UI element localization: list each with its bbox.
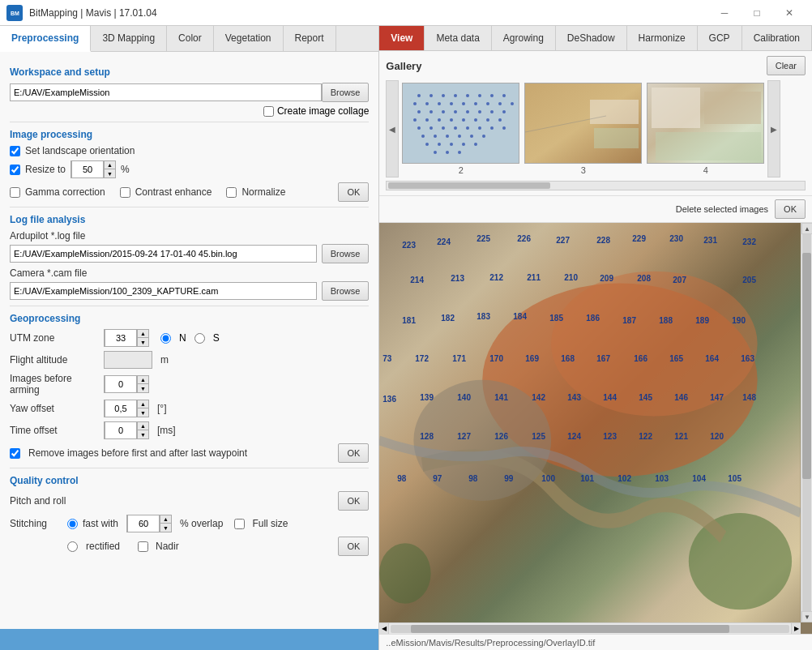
yaw-value[interactable] xyxy=(105,400,137,417)
yaw-spinner[interactable]: ▲ ▼ xyxy=(104,400,149,417)
tab-color[interactable]: Color xyxy=(167,26,214,51)
gallery-item-3[interactable]: 3 xyxy=(524,83,642,175)
time-spinner[interactable]: ▲ ▼ xyxy=(104,421,149,439)
stitching-label: Stitching xyxy=(10,518,62,529)
time-unit: [ms] xyxy=(157,425,176,436)
resize-down-btn[interactable]: ▼ xyxy=(104,169,115,177)
tab-vegetation[interactable]: Vegetation xyxy=(214,26,284,51)
gallery-scrollbar[interactable] xyxy=(386,181,806,190)
tab-harmonize[interactable]: Harmonize xyxy=(627,26,698,50)
overlap-up-btn[interactable]: ▲ xyxy=(160,515,171,524)
ardupilot-path-input[interactable] xyxy=(10,245,317,263)
overlap-value[interactable] xyxy=(127,515,160,532)
svg-point-48 xyxy=(470,135,473,138)
workspace-browse-button[interactable]: Browse xyxy=(322,83,370,102)
map-h-scrollbar[interactable]: ◀ ▶ xyxy=(379,622,801,634)
svg-point-41 xyxy=(478,126,481,130)
resize-up-btn[interactable]: ▲ xyxy=(104,161,115,169)
utm-s-radio[interactable] xyxy=(194,333,205,344)
svg-point-45 xyxy=(434,135,437,138)
yaw-up-btn[interactable]: ▲ xyxy=(137,400,148,408)
landscape-checkbox[interactable] xyxy=(10,146,20,156)
scroll-down-arrow[interactable]: ▼ xyxy=(801,611,812,622)
resize-checkbox[interactable] xyxy=(10,165,20,175)
tab-meta-data[interactable]: Meta data xyxy=(425,26,491,50)
map-image: 2232242252262272282292302312322142132122… xyxy=(379,223,801,634)
nadir-checkbox[interactable] xyxy=(138,541,148,552)
right-panel: View Meta data Agrowing DeShadow Harmoni… xyxy=(379,26,812,650)
camera-browse-button[interactable]: Browse xyxy=(322,281,370,301)
contrast-checkbox[interactable] xyxy=(120,187,130,198)
resize-value[interactable] xyxy=(71,160,104,178)
time-value[interactable] xyxy=(105,421,137,439)
clear-button[interactable]: Clear xyxy=(767,56,806,75)
geo-ok-button[interactable]: OK xyxy=(338,443,369,463)
titlebar: BM BitMapping | Mavis | 17.01.04 ─ □ ✕ xyxy=(0,0,812,26)
gallery-scroll-left[interactable]: ◀ xyxy=(386,80,399,177)
stitch-ok-button[interactable]: OK xyxy=(338,537,369,556)
ardupilot-browse-button[interactable]: Browse xyxy=(322,244,370,263)
right-tab-bar: View Meta data Agrowing DeShadow Harmoni… xyxy=(379,26,812,51)
create-collage-checkbox[interactable] xyxy=(263,106,274,117)
scroll-up-arrow[interactable]: ▲ xyxy=(801,223,812,234)
maximize-button[interactable]: □ xyxy=(741,0,773,26)
left-tab-bar: Preprocessing 3D Mapping Color Vegetatio… xyxy=(0,26,378,52)
utm-down-btn[interactable]: ▼ xyxy=(137,338,148,346)
tab-gcp[interactable]: GCP xyxy=(698,26,742,50)
tab-agrowing[interactable]: Agrowing xyxy=(492,26,556,50)
time-down-btn[interactable]: ▼ xyxy=(137,430,148,438)
svg-point-57 xyxy=(458,151,461,154)
rectified-radio[interactable] xyxy=(67,541,78,552)
images-arming-value[interactable] xyxy=(105,375,137,393)
gallery-item-2[interactable]: 2 xyxy=(402,83,519,175)
tab-deshadow[interactable]: DeShadow xyxy=(556,26,627,50)
utm-spinner[interactable]: ▲ ▼ xyxy=(104,329,149,347)
landscape-row: Set landscape orientation xyxy=(10,145,369,156)
gallery-images: 2 xyxy=(402,83,764,175)
tab-preprocessing[interactable]: Preprocessing xyxy=(0,26,91,52)
utm-n-radio[interactable] xyxy=(160,333,171,344)
minimize-button[interactable]: ─ xyxy=(708,0,741,26)
left-bottom-bar xyxy=(0,629,378,650)
landscape-label: Set landscape orientation xyxy=(25,145,135,156)
yaw-down-btn[interactable]: ▼ xyxy=(137,408,148,417)
svg-point-28 xyxy=(413,118,417,122)
gallery-header: Gallery Clear xyxy=(386,56,806,75)
images-arming-label: Images before arming xyxy=(10,373,99,396)
svg-point-18 xyxy=(498,102,502,105)
gamma-checkbox[interactable] xyxy=(10,187,20,198)
close-button[interactable]: ✕ xyxy=(773,0,806,26)
tab-calibration[interactable]: Calibration xyxy=(742,26,812,50)
camera-path-input[interactable] xyxy=(10,282,317,300)
utm-up-btn[interactable]: ▲ xyxy=(137,330,148,338)
map-v-scrollbar[interactable]: ▲ ▼ xyxy=(801,223,812,622)
scroll-left-arrow[interactable]: ◀ xyxy=(379,623,389,635)
overlap-spinner[interactable]: ▲ ▼ xyxy=(126,515,172,532)
svg-point-34 xyxy=(486,118,489,122)
remove-images-label: Remove images before first and after las… xyxy=(28,447,247,459)
arming-down-btn[interactable]: ▼ xyxy=(137,384,148,392)
normalize-checkbox[interactable] xyxy=(226,187,237,198)
pitch-ok-button[interactable]: OK xyxy=(338,491,369,511)
arming-up-btn[interactable]: ▲ xyxy=(137,376,148,384)
workspace-path-input[interactable] xyxy=(10,83,322,101)
images-arming-spinner[interactable]: ▲ ▼ xyxy=(104,375,149,393)
gallery-item-4[interactable]: 4 xyxy=(647,83,764,175)
resize-spinner[interactable]: ▲ ▼ xyxy=(71,160,116,178)
scroll-right-arrow[interactable]: ▶ xyxy=(791,623,801,635)
flight-alt-input[interactable] xyxy=(104,351,152,369)
gallery-scroll-right[interactable]: ▶ xyxy=(767,80,780,177)
fast-radio[interactable] xyxy=(67,519,78,529)
remove-images-checkbox[interactable] xyxy=(10,448,20,459)
tab-report[interactable]: Report xyxy=(284,26,336,51)
fullsize-checkbox[interactable] xyxy=(234,519,245,529)
delete-ok-button[interactable]: OK xyxy=(775,199,806,219)
time-up-btn[interactable]: ▲ xyxy=(137,422,148,430)
svg-point-51 xyxy=(438,143,441,146)
tab-view[interactable]: View xyxy=(379,26,425,50)
utm-value[interactable] xyxy=(105,329,137,347)
image-ok-button[interactable]: OK xyxy=(338,182,369,202)
yaw-label: Yaw offset xyxy=(10,403,99,414)
overlap-down-btn[interactable]: ▼ xyxy=(160,524,171,532)
tab-3d-mapping[interactable]: 3D Mapping xyxy=(91,26,167,51)
